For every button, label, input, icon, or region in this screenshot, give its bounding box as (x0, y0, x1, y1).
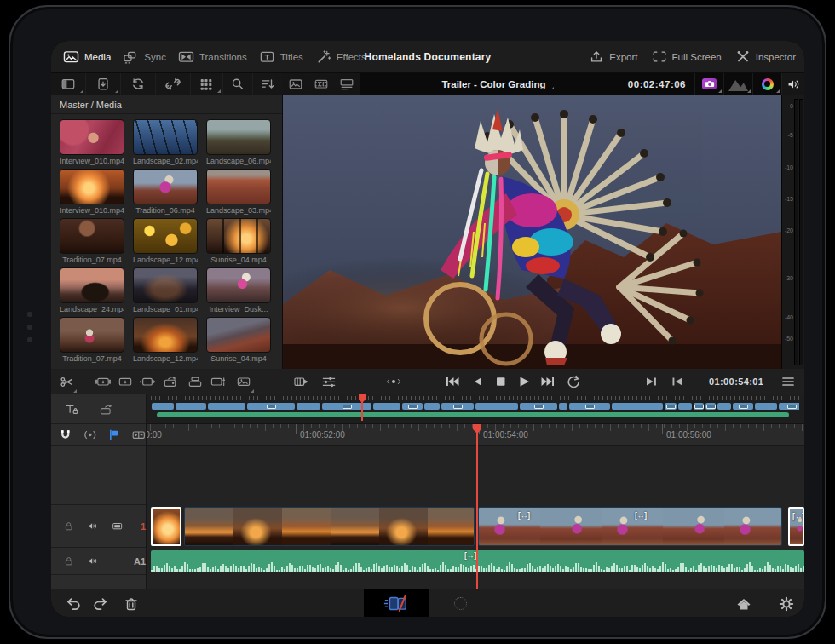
sort-button[interactable] (253, 73, 283, 95)
media-clip-thumbnail[interactable] (133, 218, 198, 254)
scene-detect-button[interactable] (723, 73, 752, 95)
play-button[interactable] (513, 369, 535, 394)
media-clip-thumbnail[interactable] (60, 267, 124, 303)
media-clip-thumbnail[interactable] (60, 317, 124, 353)
lock-icon[interactable] (63, 554, 74, 568)
video-clip[interactable]: [↔] (788, 507, 804, 546)
media-clip[interactable]: Tradition_07.mp4 (60, 317, 124, 363)
track-enable-icon[interactable] (112, 519, 123, 533)
mixer-button[interactable] (317, 369, 341, 394)
media-clip[interactable]: Landscape_06.mp4 (206, 119, 271, 165)
undo-button[interactable] (61, 589, 85, 617)
resync-button[interactable] (121, 73, 156, 95)
media-clip[interactable]: Sunrise_04.mp4 (206, 317, 271, 363)
panel-toggle-button[interactable] (51, 73, 86, 95)
breadcrumb[interactable]: Master / Media (51, 95, 282, 114)
video-track[interactable]: [↔][↔][↔] (147, 505, 804, 548)
media-clip-thumbnail[interactable] (133, 169, 198, 204)
video-viewer[interactable] (283, 95, 781, 369)
thumbnail-view-button[interactable] (283, 73, 308, 95)
relink-button[interactable] (156, 73, 191, 95)
media-clip-thumbnail[interactable] (133, 119, 198, 155)
export-button[interactable]: Export (589, 49, 637, 64)
media-clip[interactable]: Landscape_01.mp4 (133, 267, 198, 313)
strip-view-button[interactable] (334, 73, 360, 95)
media-clip[interactable]: Landscape_24.mp4 (60, 267, 124, 313)
previous-marker-button[interactable] (666, 369, 688, 394)
media-clip[interactable]: Interview_010.mp4 (60, 119, 124, 165)
tab-titles[interactable]: Titles (259, 49, 303, 64)
filmstrip-view-button[interactable] (308, 73, 334, 95)
timeline-selector[interactable]: Trailer - Color Grading (360, 79, 628, 89)
step-back-button[interactable] (467, 369, 489, 394)
swap-clip-button[interactable] (206, 369, 230, 394)
media-clip-thumbnail[interactable] (206, 119, 271, 155)
go-to-end-button[interactable] (537, 369, 559, 394)
media-clip[interactable]: Landscape_02.mp4 (133, 119, 198, 165)
color-page-button[interactable] (447, 589, 473, 617)
timeline-content[interactable]: 01:00:50:0001:00:52:0001:00:54:0001:00:5… (147, 394, 804, 589)
insert-clip-button[interactable] (92, 369, 114, 394)
tab-transitions[interactable]: Transitions (178, 49, 247, 64)
media-clip[interactable]: Landscape_03.mp4 (206, 169, 271, 215)
play-around-button[interactable] (641, 369, 663, 394)
import-media-button[interactable] (86, 73, 121, 95)
loop-button[interactable] (562, 369, 584, 394)
media-clip-thumbnail[interactable] (60, 169, 124, 204)
marker-range-icon[interactable] (83, 428, 98, 442)
audio-monitor-button[interactable] (781, 73, 804, 95)
timeline-playhead[interactable] (476, 424, 478, 589)
redo-button[interactable] (89, 589, 112, 617)
media-clip[interactable]: Sunrise_04.mp4 (206, 218, 271, 264)
minimap-playhead[interactable] (361, 394, 363, 421)
media-clip[interactable]: Interview_010.mp4 (60, 169, 124, 215)
timeline-minimap[interactable] (147, 394, 804, 424)
media-clip-thumbnail[interactable] (133, 267, 198, 303)
inspector-button[interactable]: Inspector (735, 49, 796, 64)
video-clip[interactable] (151, 507, 181, 546)
media-clip[interactable]: Tradition_07.mp4 (60, 218, 124, 264)
grid-view-button[interactable] (191, 73, 222, 95)
place-on-top-button[interactable] (158, 369, 182, 394)
timeline-options-button[interactable] (775, 369, 801, 394)
tab-effects[interactable]: Effects (315, 49, 366, 64)
mute-icon[interactable] (87, 554, 98, 568)
media-clip-thumbnail[interactable] (60, 218, 124, 254)
media-clip-thumbnail[interactable] (206, 169, 271, 204)
media-clip[interactable]: Landscape_12.mp4 (133, 317, 198, 363)
snapping-magnet-icon[interactable] (58, 428, 73, 442)
audio-track[interactable]: [↔] (147, 548, 804, 575)
cut-tool-button[interactable] (56, 369, 78, 394)
media-clip[interactable]: Landscape_12.mp4 (133, 218, 198, 264)
jog-control[interactable] (375, 369, 412, 394)
timeline-play-button[interactable] (290, 369, 314, 394)
fullscreen-button[interactable]: Full Screen (652, 49, 722, 64)
flag-icon[interactable] (107, 428, 122, 442)
tab-media[interactable]: Media (63, 49, 111, 64)
search-button[interactable] (223, 73, 253, 95)
home-button[interactable] (731, 589, 757, 617)
media-clip-thumbnail[interactable] (206, 267, 271, 303)
media-clip-thumbnail[interactable] (206, 218, 271, 254)
cut-page-button[interactable] (364, 589, 429, 617)
media-clip-thumbnail[interactable] (60, 119, 124, 155)
color-tools-button[interactable] (752, 73, 781, 95)
lock-icon[interactable] (63, 519, 74, 533)
tab-sync[interactable]: Sync (123, 49, 166, 64)
replace-clip-button[interactable] (136, 369, 158, 394)
mute-icon[interactable] (87, 519, 98, 533)
settings-button[interactable] (774, 589, 799, 617)
trim-tool-icon[interactable] (65, 402, 80, 417)
clip-plus-minus-icon[interactable] (131, 428, 147, 442)
go-to-start-button[interactable] (441, 369, 464, 394)
media-clip[interactable]: Interview_Dusk... (206, 267, 271, 313)
stop-button[interactable] (490, 369, 512, 394)
media-clip-thumbnail[interactable] (133, 317, 198, 353)
overwrite-clip-button[interactable] (114, 369, 136, 394)
media-clip-thumbnail[interactable] (206, 317, 271, 353)
append-clip-button[interactable] (184, 369, 206, 394)
still-clip-button[interactable] (232, 369, 256, 394)
clip-move-tool-icon[interactable] (99, 402, 114, 417)
delete-button[interactable] (119, 589, 143, 617)
video-clip[interactable] (184, 507, 475, 546)
